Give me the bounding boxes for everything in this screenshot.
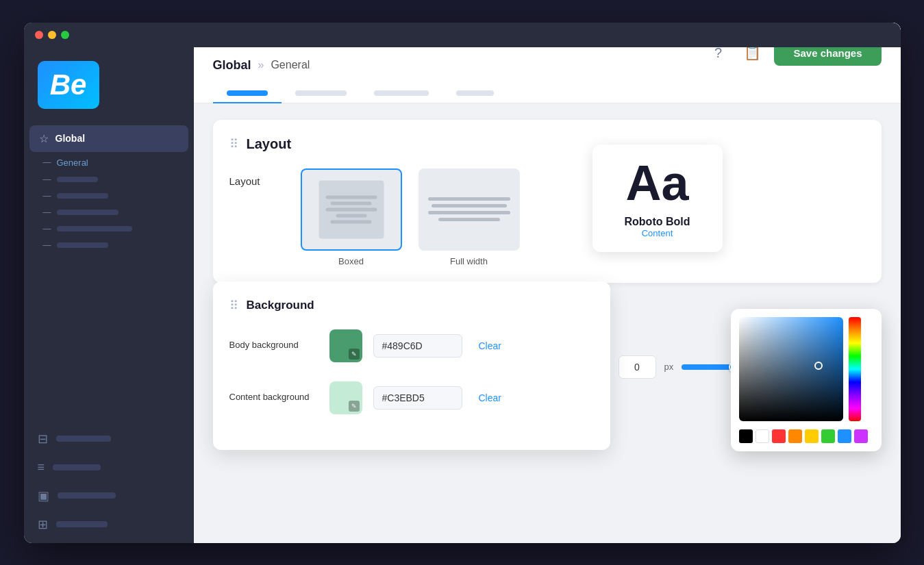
font-preview-sub: Content: [606, 228, 709, 238]
content-background-label: Content background: [229, 391, 319, 403]
body-background-swatch[interactable]: ✎: [329, 329, 362, 362]
subitem-bar-1: [57, 177, 98, 182]
bg-drag-handle-icon[interactable]: ⠿: [229, 298, 238, 313]
grid-bar: [56, 521, 108, 527]
picker-hue-slider[interactable]: [849, 317, 861, 421]
sidebar-item-global[interactable]: ☆ Global: [29, 125, 188, 152]
boxed-thumb: [301, 168, 402, 251]
line-2: [331, 201, 372, 205]
fw-line-2: [432, 204, 507, 208]
color-picker-panel: [731, 309, 882, 451]
sidebar-subitem-5[interactable]: —: [43, 240, 188, 250]
titlebar: [24, 23, 901, 47]
fw-line-1: [428, 197, 510, 201]
breadcrumb-general: General: [271, 59, 310, 71]
subitem-bar-4: [57, 226, 132, 231]
tabs-row: [213, 84, 882, 103]
sidebar-general-label: General: [57, 158, 88, 168]
sidebar-sidebar-item[interactable]: ▣: [38, 488, 180, 503]
minimize-button[interactable]: [48, 31, 56, 39]
preset-blue[interactable]: [838, 429, 851, 443]
tab-2[interactable]: [282, 84, 360, 103]
layout-option-fullwidth[interactable]: Full width: [419, 168, 520, 266]
sidebar-subitem-1[interactable]: —: [43, 175, 188, 184]
tab-4[interactable]: [442, 84, 508, 103]
boxed-label: Boxed: [338, 256, 364, 266]
dash-icon: —: [43, 158, 51, 167]
drag-handle-icon[interactable]: ⠿: [229, 136, 238, 151]
tab-bar-2: [295, 90, 347, 96]
main-header: Global » General ? 📋 Save changes: [194, 47, 901, 103]
sidebar-grid-item[interactable]: ⊞: [38, 517, 180, 532]
fw-line-3: [428, 211, 510, 214]
content-background-clear-button[interactable]: Clear: [473, 390, 507, 406]
line-3: [325, 208, 377, 211]
tab-3[interactable]: [360, 84, 442, 103]
close-button[interactable]: [35, 31, 43, 39]
layout-options: Boxed Full width: [301, 168, 520, 266]
content-background-swatch[interactable]: ✎: [329, 381, 362, 414]
body-background-clear-button[interactable]: Clear: [473, 338, 507, 354]
menu-bar: [53, 464, 101, 470]
sidebar: Be ☆ Global — General — —: [24, 23, 194, 543]
content-background-hex-input[interactable]: [373, 386, 462, 410]
font-preview-card: Aa Roboto Bold Content: [592, 145, 723, 252]
sidebar-sub-items: — General — — — —: [29, 158, 188, 250]
fw-line-4: [438, 218, 500, 221]
tab-1[interactable]: [213, 84, 282, 103]
preset-black[interactable]: [739, 429, 753, 443]
picker-top: [739, 317, 873, 424]
fullwidth-thumb: [419, 168, 520, 251]
main-window: Be ☆ Global — General — —: [24, 23, 901, 543]
maximize-button[interactable]: [61, 31, 69, 39]
grid-icon: ⊞: [38, 517, 48, 532]
sidebar-global-label: Global: [55, 133, 86, 144]
line-1: [325, 195, 377, 199]
boxed-inner: [319, 180, 384, 238]
font-preview-name: Roboto Bold: [606, 216, 709, 228]
layout-option-boxed[interactable]: Boxed: [301, 168, 402, 266]
menu-icon: ≡: [38, 460, 45, 475]
preset-white[interactable]: [756, 429, 769, 443]
tab-bar-4: [456, 90, 494, 96]
bg-section-header: ⠿ Background: [229, 298, 594, 313]
line-5: [331, 220, 372, 223]
layout-section-title: Layout: [247, 136, 292, 152]
preset-green[interactable]: [821, 429, 835, 443]
breadcrumb-global: Global: [213, 58, 251, 73]
body-background-row: Body background ✎ Clear: [229, 329, 594, 362]
sidebar-subitem-4[interactable]: —: [43, 224, 188, 234]
dash-icon-5: —: [43, 240, 51, 250]
breadcrumb-separator: »: [258, 59, 264, 71]
sidebar-subitem-3[interactable]: —: [43, 208, 188, 217]
breadcrumb: Global » General: [213, 58, 310, 73]
background-panel: ⠿ Background Body background ✎ Clear Con…: [213, 281, 610, 450]
sidebar-icon: ▣: [38, 488, 49, 503]
preset-orange[interactable]: [788, 429, 802, 443]
sidebar-item-general[interactable]: — General: [43, 158, 188, 168]
dash-icon-1: —: [43, 175, 51, 184]
slider-fill: [682, 364, 736, 370]
sidebar-navigation: ☆ Global — General — — —: [24, 125, 194, 250]
preset-yellow[interactable]: [805, 429, 819, 443]
body-background-hex-input[interactable]: [373, 334, 462, 357]
dash-icon-2: —: [43, 191, 51, 201]
dash-icon-4: —: [43, 224, 51, 234]
sidebar-layout-item[interactable]: ⊟: [38, 431, 180, 447]
picker-gradient[interactable]: [739, 317, 843, 421]
swatch-icon-body: ✎: [349, 349, 360, 360]
main-content: Global » General ? 📋 Save changes: [194, 23, 901, 543]
slider-value: 0: [634, 362, 640, 373]
picker-cursor[interactable]: [814, 362, 823, 370]
tab-bar-3: [374, 90, 429, 96]
subitem-bar-3: [57, 210, 118, 215]
sidebar-subitem-2[interactable]: —: [43, 191, 188, 201]
sidebar-menu-item[interactable]: ≡: [38, 460, 180, 475]
tab-bar-1: [227, 90, 268, 96]
line-4: [336, 214, 366, 217]
layout-row: Layout: [229, 168, 865, 266]
layout-section-card: ⠿ Layout Layout: [213, 120, 882, 283]
preset-purple[interactable]: [854, 429, 868, 443]
slider-value-box[interactable]: 0: [619, 355, 656, 379]
preset-red[interactable]: [772, 429, 786, 443]
